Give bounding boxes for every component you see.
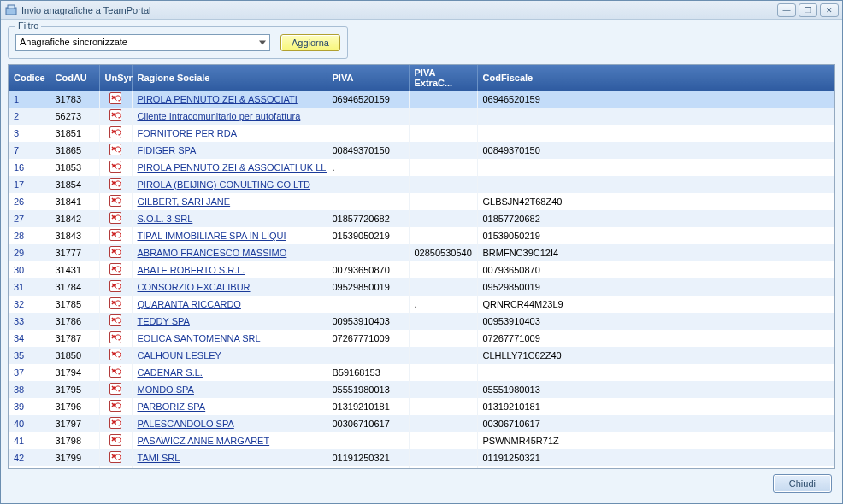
table-row[interactable]: 4231799TAMI SRL0119125032101191250321 [9, 449, 834, 466]
ragione-link[interactable]: ABATE ROBERTO S.R.L. [138, 265, 245, 275]
ragione-link[interactable]: TEDDY SPA [138, 316, 190, 326]
unsync-icon[interactable] [109, 366, 121, 378]
table-row[interactable]: 4331800CITTA' SANT'ANGELO OUTLET02284750… [9, 466, 834, 468]
cell-blank [563, 278, 834, 296]
cell-unsync [99, 381, 132, 398]
ragione-link[interactable]: FORNITORE PER RDA [138, 128, 238, 138]
cell-piva: 06946520159 [327, 91, 409, 108]
ragione-link[interactable]: PIROLA PENNUTO ZEI & ASSOCIATI UK LLP [138, 162, 327, 173]
cell-piva: 02284750359 [327, 466, 409, 468]
header-pivaex[interactable]: PIVA ExtraC... [409, 65, 477, 91]
ragione-link[interactable]: CALHOUN LESLEY [138, 350, 221, 360]
header-codau[interactable]: CodAU [50, 65, 99, 91]
cell-blank [563, 381, 834, 398]
unsync-icon[interactable] [109, 109, 121, 121]
unsync-icon[interactable] [109, 331, 121, 343]
table-row[interactable]: 331851FORNITORE PER RDA [9, 125, 834, 142]
table-row[interactable]: 256273Cliente Intracomunitario per autof… [9, 108, 834, 125]
header-codice[interactable]: Codice [9, 65, 50, 91]
unsync-icon[interactable] [109, 178, 121, 190]
unsync-icon[interactable] [109, 144, 121, 155]
unsync-icon[interactable] [109, 263, 121, 275]
ragione-link[interactable]: S.O.L. 3 SRL [138, 214, 193, 224]
filter-value: Anagrafiche sincronizzate [20, 37, 127, 47]
unsync-icon[interactable] [109, 246, 121, 258]
ragione-link[interactable]: PIROLA (BEIJING) CONULTING CO.LTD [138, 179, 311, 190]
ragione-link[interactable]: PARBORIZ SPA [138, 401, 206, 412]
unsync-icon[interactable] [109, 92, 121, 104]
unsync-icon[interactable] [109, 212, 121, 224]
header-cf[interactable]: CodFiscale [477, 65, 563, 91]
table-row[interactable]: 3131784CONSORZIO EXCALIBUR09529850019095… [9, 278, 834, 296]
ragione-link[interactable]: ABRAMO FRANCESCO MASSIMO [138, 248, 287, 258]
cell-unsync [99, 193, 132, 210]
cell-codice: 33 [9, 313, 50, 330]
grid-scroll[interactable]: Codice CodAU UnSync Ragione Sociale PIVA… [9, 65, 834, 468]
table-row[interactable]: 3531850CALHOUN LESLEYCLHLLY71C62Z40 [9, 347, 834, 364]
table-row[interactable]: 3031431ABATE ROBERTO S.R.L.0079365087000… [9, 261, 834, 278]
table-row[interactable]: 3431787EOLICA SANTOMENNA SRL072677710090… [9, 330, 834, 347]
unsync-icon[interactable] [109, 195, 121, 207]
table-row[interactable]: 131783PIROLA PENNUTO ZEI & ASSOCIATI0694… [9, 91, 834, 108]
unsync-icon[interactable] [109, 280, 121, 292]
unsync-icon[interactable] [109, 400, 121, 412]
unsync-icon[interactable] [109, 451, 121, 463]
table-row[interactable]: 3231785QUARANTA RICCARDO.QRNRCR44M23L9 [9, 296, 834, 313]
unsync-icon[interactable] [109, 434, 121, 446]
cell-unsync [99, 261, 132, 278]
unsync-icon[interactable] [109, 349, 121, 360]
cell-piva: 00953910403 [327, 313, 409, 330]
ragione-link[interactable]: TAMI SRL [138, 453, 180, 463]
cell-codau: 31794 [50, 364, 99, 381]
table-row[interactable]: 3731794CADENAR S.L.B59168153 [9, 364, 834, 381]
cell-unsync [99, 432, 132, 449]
table-row[interactable]: 2631841GILBERT, SARI JANEGLBSJN42T68Z40 [9, 193, 834, 210]
ragione-link[interactable]: PASAWICZ ANNE MARGARET [138, 436, 270, 446]
header-piva[interactable]: PIVA [327, 65, 409, 91]
cell-pivaex [409, 210, 477, 227]
unsync-icon[interactable] [109, 314, 121, 326]
cell-cf [477, 125, 563, 142]
cell-blank [563, 466, 834, 468]
ragione-link[interactable]: PALESCANDOLO SPA [138, 419, 234, 429]
ragione-link[interactable]: EOLICA SANTOMENNA SRL [138, 333, 261, 343]
unsync-icon[interactable] [109, 126, 121, 138]
table-row[interactable]: 2931777ABRAMO FRANCESCO MASSIMO028505305… [9, 244, 834, 261]
titlebar[interactable]: Invio anagrafiche a TeamPortal — ❐ ✕ [1, 1, 842, 20]
table-row[interactable]: 2731842S.O.L. 3 SRL018577206820185772068… [9, 210, 834, 227]
cell-codau: 31853 [50, 159, 99, 176]
header-unsync[interactable]: UnSync [99, 65, 132, 91]
ragione-link[interactable]: CONSORZIO EXCALIBUR [138, 282, 251, 292]
refresh-button[interactable]: Aggiorna [280, 34, 340, 51]
table-row[interactable]: 731865FIDIGER SPA0084937015000849370150 [9, 142, 834, 159]
ragione-link[interactable]: TIPAL IMMOBILIARE SPA IN LIQUI [138, 231, 286, 241]
table-row[interactable]: 3931796PARBORIZ SPA013192101810131921018… [9, 398, 834, 415]
ragione-link[interactable]: CADENAR S.L. [138, 367, 203, 378]
table-row[interactable]: 3831795MONDO SPA0555198001305551980013 [9, 381, 834, 398]
unsync-icon[interactable] [109, 297, 121, 309]
ragione-link[interactable]: FIDIGER SPA [138, 145, 197, 155]
ragione-link[interactable]: Cliente Intracomunitario per autofattura [138, 111, 301, 121]
maximize-button[interactable]: ❐ [799, 3, 817, 17]
ragione-link[interactable]: GILBERT, SARI JANE [138, 196, 231, 207]
table-row[interactable]: 1731854PIROLA (BEIJING) CONULTING CO.LTD [9, 176, 834, 193]
close-button[interactable]: ✕ [820, 3, 839, 17]
filter-dropdown[interactable]: Anagrafiche sincronizzate [15, 34, 270, 51]
unsync-icon[interactable] [109, 161, 121, 173]
cell-blank [563, 330, 834, 347]
minimize-button[interactable]: — [777, 3, 796, 17]
unsync-icon[interactable] [109, 417, 121, 429]
table-row[interactable]: 4131798PASAWICZ ANNE MARGARETPSWNMR45R71… [9, 432, 834, 449]
close-dialog-button[interactable]: Chiudi [773, 474, 832, 493]
table-row[interactable]: 2831843TIPAL IMMOBILIARE SPA IN LIQUI015… [9, 227, 834, 244]
unsync-icon[interactable] [109, 383, 121, 395]
table-row[interactable]: 3331786TEDDY SPA0095391040300953910403 [9, 313, 834, 330]
cell-ragione: ABATE ROBERTO S.R.L. [132, 261, 327, 278]
ragione-link[interactable]: QUARANTA RICCARDO [138, 299, 241, 309]
unsync-icon[interactable] [109, 229, 121, 241]
ragione-link[interactable]: PIROLA PENNUTO ZEI & ASSOCIATI [138, 94, 298, 104]
ragione-link[interactable]: MONDO SPA [138, 384, 194, 395]
table-row[interactable]: 4031797PALESCANDOLO SPA00306710617003067… [9, 415, 834, 432]
header-ragione[interactable]: Ragione Sociale [132, 65, 327, 91]
table-row[interactable]: 1631853PIROLA PENNUTO ZEI & ASSOCIATI UK… [9, 159, 834, 176]
